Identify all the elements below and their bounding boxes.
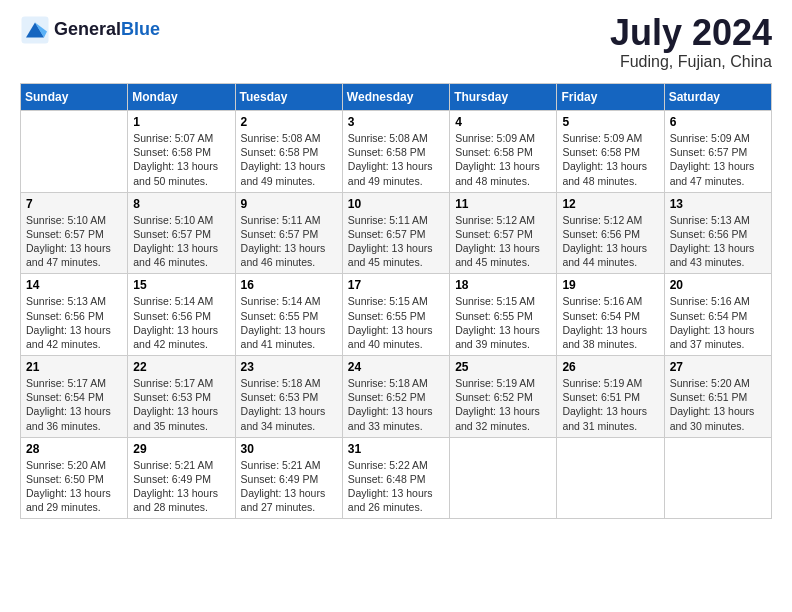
day-number: 4 (455, 115, 551, 129)
day-info: Sunrise: 5:13 AM Sunset: 6:56 PM Dayligh… (670, 213, 766, 270)
day-cell: 14Sunrise: 5:13 AM Sunset: 6:56 PM Dayli… (21, 274, 128, 356)
day-number: 27 (670, 360, 766, 374)
title-block: July 2024 Fuding, Fujian, China (610, 15, 772, 71)
header-cell-saturday: Saturday (664, 84, 771, 111)
week-row-3: 14Sunrise: 5:13 AM Sunset: 6:56 PM Dayli… (21, 274, 772, 356)
day-number: 6 (670, 115, 766, 129)
calendar-table: SundayMondayTuesdayWednesdayThursdayFrid… (20, 83, 772, 519)
day-cell: 10Sunrise: 5:11 AM Sunset: 6:57 PM Dayli… (342, 192, 449, 274)
logo-icon (20, 15, 50, 45)
day-number: 12 (562, 197, 658, 211)
day-cell: 29Sunrise: 5:21 AM Sunset: 6:49 PM Dayli… (128, 437, 235, 519)
day-info: Sunrise: 5:19 AM Sunset: 6:51 PM Dayligh… (562, 376, 658, 433)
logo: GeneralBlue (20, 15, 160, 45)
header-row: SundayMondayTuesdayWednesdayThursdayFrid… (21, 84, 772, 111)
day-info: Sunrise: 5:10 AM Sunset: 6:57 PM Dayligh… (26, 213, 122, 270)
day-cell: 25Sunrise: 5:19 AM Sunset: 6:52 PM Dayli… (450, 356, 557, 438)
day-cell: 1Sunrise: 5:07 AM Sunset: 6:58 PM Daylig… (128, 111, 235, 193)
day-cell: 24Sunrise: 5:18 AM Sunset: 6:52 PM Dayli… (342, 356, 449, 438)
logo-line1: GeneralBlue (54, 20, 160, 40)
day-number: 31 (348, 442, 444, 456)
day-info: Sunrise: 5:17 AM Sunset: 6:53 PM Dayligh… (133, 376, 229, 433)
day-number: 5 (562, 115, 658, 129)
day-cell: 31Sunrise: 5:22 AM Sunset: 6:48 PM Dayli… (342, 437, 449, 519)
day-number: 26 (562, 360, 658, 374)
day-cell: 15Sunrise: 5:14 AM Sunset: 6:56 PM Dayli… (128, 274, 235, 356)
day-info: Sunrise: 5:20 AM Sunset: 6:50 PM Dayligh… (26, 458, 122, 515)
header-cell-sunday: Sunday (21, 84, 128, 111)
day-info: Sunrise: 5:10 AM Sunset: 6:57 PM Dayligh… (133, 213, 229, 270)
day-info: Sunrise: 5:21 AM Sunset: 6:49 PM Dayligh… (241, 458, 337, 515)
page: GeneralBlue July 2024 Fuding, Fujian, Ch… (0, 0, 792, 534)
day-info: Sunrise: 5:12 AM Sunset: 6:57 PM Dayligh… (455, 213, 551, 270)
day-cell: 20Sunrise: 5:16 AM Sunset: 6:54 PM Dayli… (664, 274, 771, 356)
day-info: Sunrise: 5:22 AM Sunset: 6:48 PM Dayligh… (348, 458, 444, 515)
day-cell (557, 437, 664, 519)
day-cell: 17Sunrise: 5:15 AM Sunset: 6:55 PM Dayli… (342, 274, 449, 356)
header-cell-friday: Friday (557, 84, 664, 111)
day-number: 13 (670, 197, 766, 211)
day-number: 3 (348, 115, 444, 129)
day-cell: 22Sunrise: 5:17 AM Sunset: 6:53 PM Dayli… (128, 356, 235, 438)
day-number: 9 (241, 197, 337, 211)
day-number: 8 (133, 197, 229, 211)
location: Fuding, Fujian, China (610, 53, 772, 71)
day-cell: 21Sunrise: 5:17 AM Sunset: 6:54 PM Dayli… (21, 356, 128, 438)
day-cell: 18Sunrise: 5:15 AM Sunset: 6:55 PM Dayli… (450, 274, 557, 356)
day-number: 29 (133, 442, 229, 456)
day-info: Sunrise: 5:13 AM Sunset: 6:56 PM Dayligh… (26, 294, 122, 351)
day-cell (664, 437, 771, 519)
day-cell (450, 437, 557, 519)
header-cell-thursday: Thursday (450, 84, 557, 111)
day-info: Sunrise: 5:07 AM Sunset: 6:58 PM Dayligh… (133, 131, 229, 188)
day-number: 7 (26, 197, 122, 211)
day-cell: 16Sunrise: 5:14 AM Sunset: 6:55 PM Dayli… (235, 274, 342, 356)
day-number: 16 (241, 278, 337, 292)
month-year: July 2024 (610, 15, 772, 51)
week-row-5: 28Sunrise: 5:20 AM Sunset: 6:50 PM Dayli… (21, 437, 772, 519)
day-cell: 2Sunrise: 5:08 AM Sunset: 6:58 PM Daylig… (235, 111, 342, 193)
day-number: 18 (455, 278, 551, 292)
day-info: Sunrise: 5:09 AM Sunset: 6:58 PM Dayligh… (562, 131, 658, 188)
day-info: Sunrise: 5:16 AM Sunset: 6:54 PM Dayligh… (562, 294, 658, 351)
day-info: Sunrise: 5:11 AM Sunset: 6:57 PM Dayligh… (348, 213, 444, 270)
day-cell: 26Sunrise: 5:19 AM Sunset: 6:51 PM Dayli… (557, 356, 664, 438)
day-info: Sunrise: 5:14 AM Sunset: 6:55 PM Dayligh… (241, 294, 337, 351)
week-row-1: 1Sunrise: 5:07 AM Sunset: 6:58 PM Daylig… (21, 111, 772, 193)
day-info: Sunrise: 5:18 AM Sunset: 6:53 PM Dayligh… (241, 376, 337, 433)
day-number: 17 (348, 278, 444, 292)
day-number: 14 (26, 278, 122, 292)
day-info: Sunrise: 5:08 AM Sunset: 6:58 PM Dayligh… (241, 131, 337, 188)
day-cell: 19Sunrise: 5:16 AM Sunset: 6:54 PM Dayli… (557, 274, 664, 356)
day-cell: 30Sunrise: 5:21 AM Sunset: 6:49 PM Dayli… (235, 437, 342, 519)
day-info: Sunrise: 5:15 AM Sunset: 6:55 PM Dayligh… (455, 294, 551, 351)
day-info: Sunrise: 5:17 AM Sunset: 6:54 PM Dayligh… (26, 376, 122, 433)
day-number: 23 (241, 360, 337, 374)
day-number: 10 (348, 197, 444, 211)
day-info: Sunrise: 5:11 AM Sunset: 6:57 PM Dayligh… (241, 213, 337, 270)
day-number: 24 (348, 360, 444, 374)
header-cell-wednesday: Wednesday (342, 84, 449, 111)
day-info: Sunrise: 5:16 AM Sunset: 6:54 PM Dayligh… (670, 294, 766, 351)
day-cell: 5Sunrise: 5:09 AM Sunset: 6:58 PM Daylig… (557, 111, 664, 193)
day-cell: 3Sunrise: 5:08 AM Sunset: 6:58 PM Daylig… (342, 111, 449, 193)
day-number: 20 (670, 278, 766, 292)
header-cell-tuesday: Tuesday (235, 84, 342, 111)
day-info: Sunrise: 5:15 AM Sunset: 6:55 PM Dayligh… (348, 294, 444, 351)
day-info: Sunrise: 5:21 AM Sunset: 6:49 PM Dayligh… (133, 458, 229, 515)
day-number: 11 (455, 197, 551, 211)
day-info: Sunrise: 5:20 AM Sunset: 6:51 PM Dayligh… (670, 376, 766, 433)
day-cell: 9Sunrise: 5:11 AM Sunset: 6:57 PM Daylig… (235, 192, 342, 274)
day-cell: 13Sunrise: 5:13 AM Sunset: 6:56 PM Dayli… (664, 192, 771, 274)
day-cell: 8Sunrise: 5:10 AM Sunset: 6:57 PM Daylig… (128, 192, 235, 274)
day-cell (21, 111, 128, 193)
day-number: 28 (26, 442, 122, 456)
day-cell: 23Sunrise: 5:18 AM Sunset: 6:53 PM Dayli… (235, 356, 342, 438)
day-number: 1 (133, 115, 229, 129)
day-cell: 7Sunrise: 5:10 AM Sunset: 6:57 PM Daylig… (21, 192, 128, 274)
header-cell-monday: Monday (128, 84, 235, 111)
day-cell: 27Sunrise: 5:20 AM Sunset: 6:51 PM Dayli… (664, 356, 771, 438)
day-number: 22 (133, 360, 229, 374)
day-number: 2 (241, 115, 337, 129)
day-info: Sunrise: 5:14 AM Sunset: 6:56 PM Dayligh… (133, 294, 229, 351)
